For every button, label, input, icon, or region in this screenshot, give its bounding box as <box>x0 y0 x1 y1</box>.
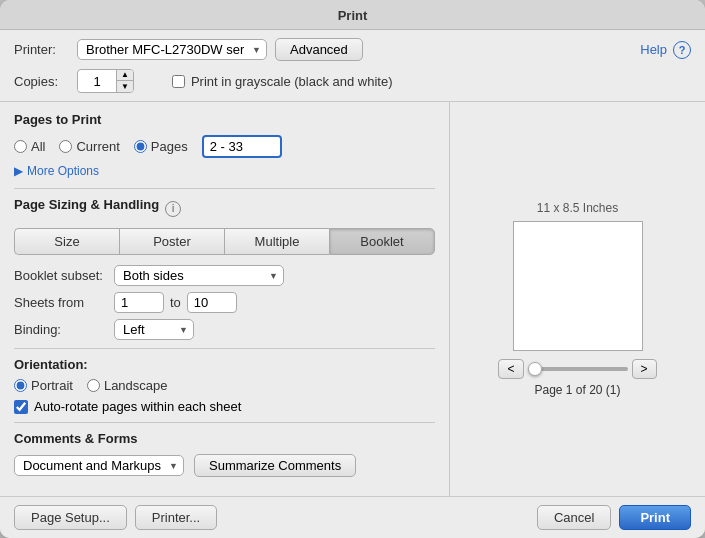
copies-up-button[interactable]: ▲ <box>117 70 133 81</box>
printer-select[interactable]: Brother MFC-L2730DW series <box>77 39 267 60</box>
sheets-from-input[interactable] <box>114 292 164 313</box>
printer-label: Printer: <box>14 42 69 57</box>
copies-down-button[interactable]: ▼ <box>117 81 133 92</box>
dialog-title: Print <box>338 8 368 23</box>
sheets-from-row: Sheets from to <box>14 292 435 313</box>
bottom-bar: Page Setup... Printer... Cancel Print <box>0 496 705 538</box>
print-dialog: Print Printer: Brother MFC-L2730DW serie… <box>0 0 705 538</box>
page-nav-label: Page 1 of 20 (1) <box>534 383 620 397</box>
bottom-right: Cancel Print <box>537 505 691 530</box>
sizing-info-icon[interactable]: i <box>165 201 181 217</box>
radio-current[interactable] <box>59 140 72 153</box>
to-label: to <box>170 295 181 310</box>
binding-label: Binding: <box>14 322 114 337</box>
comments-section-title: Comments & Forms <box>14 431 435 446</box>
top-bar: Printer: Brother MFC-L2730DW series Adva… <box>0 30 705 102</box>
orientation-section: Orientation: Portrait Landscape Auto-rot… <box>14 357 435 414</box>
left-panel: Pages to Print All Current Pages <box>0 102 450 496</box>
page-slider[interactable] <box>528 367 628 371</box>
comments-section: Comments & Forms Document and Markups Su… <box>14 431 435 477</box>
binding-row: Binding: Left <box>14 319 435 340</box>
preview-box <box>513 221 643 351</box>
help-circle-icon[interactable]: ? <box>673 41 691 59</box>
auto-rotate-label: Auto-rotate pages within each sheet <box>34 399 241 414</box>
main-content: Pages to Print All Current Pages <box>0 102 705 496</box>
prev-page-button[interactable]: < <box>498 359 523 379</box>
comments-select[interactable]: Document and Markups <box>14 455 184 476</box>
orientation-title: Orientation: <box>14 357 88 372</box>
more-options-toggle[interactable]: ▶ More Options <box>14 164 435 178</box>
tab-multiple[interactable]: Multiple <box>224 228 329 255</box>
radio-portrait[interactable] <box>14 379 27 392</box>
grayscale-checkbox[interactable] <box>172 75 185 88</box>
divider-3 <box>14 422 435 423</box>
tab-poster[interactable]: Poster <box>119 228 224 255</box>
page-setup-button[interactable]: Page Setup... <box>14 505 127 530</box>
booklet-subset-row: Booklet subset: Both sides <box>14 265 435 286</box>
title-bar: Print <box>0 0 705 30</box>
binding-select-wrap: Left <box>114 319 194 340</box>
sizing-tabs: Size Poster Multiple Booklet <box>14 228 435 255</box>
radio-pages[interactable] <box>134 140 147 153</box>
radio-pages-label[interactable]: Pages <box>134 139 188 154</box>
next-page-button[interactable]: > <box>632 359 657 379</box>
copies-input-wrap: ▲ ▼ <box>77 69 134 93</box>
pages-section-title: Pages to Print <box>14 112 435 127</box>
comments-select-wrap: Document and Markups <box>14 455 184 476</box>
help-link[interactable]: Help <box>640 42 667 57</box>
booklet-subset-select-wrap: Both sides <box>114 265 284 286</box>
copies-label: Copies: <box>14 74 69 89</box>
radio-landscape[interactable] <box>87 379 100 392</box>
auto-rotate-checkbox[interactable] <box>14 400 28 414</box>
help-area: Help ? <box>640 41 691 59</box>
advanced-button[interactable]: Advanced <box>275 38 363 61</box>
radio-current-label[interactable]: Current <box>59 139 119 154</box>
sizing-section-title: Page Sizing & Handling <box>14 197 159 212</box>
copies-input[interactable] <box>78 72 116 91</box>
summarize-comments-button[interactable]: Summarize Comments <box>194 454 356 477</box>
bottom-left: Page Setup... Printer... <box>14 505 217 530</box>
divider-2 <box>14 348 435 349</box>
print-button[interactable]: Print <box>619 505 691 530</box>
binding-select[interactable]: Left <box>114 319 194 340</box>
sizing-section-header: Page Sizing & Handling i <box>14 197 435 220</box>
booklet-subset-label: Booklet subset: <box>14 268 114 283</box>
tab-booklet[interactable]: Booklet <box>329 228 435 255</box>
sizing-section: Page Sizing & Handling i Size Poster Mul… <box>14 197 435 340</box>
pages-section: Pages to Print All Current Pages <box>14 112 435 178</box>
portrait-label[interactable]: Portrait <box>14 378 73 393</box>
printer-button[interactable]: Printer... <box>135 505 217 530</box>
divider-1 <box>14 188 435 189</box>
tab-size[interactable]: Size <box>14 228 119 255</box>
pages-radio-group: All Current Pages <box>14 135 435 158</box>
printer-select-wrap: Brother MFC-L2730DW series <box>77 39 267 60</box>
copies-spinner: ▲ ▼ <box>116 70 133 92</box>
radio-all-label[interactable]: All <box>14 139 45 154</box>
pages-range-input[interactable] <box>202 135 282 158</box>
nav-row: < > <box>498 359 656 379</box>
auto-rotate-row: Auto-rotate pages within each sheet <box>14 399 435 414</box>
radio-all[interactable] <box>14 140 27 153</box>
orientation-radio-group: Portrait Landscape <box>14 378 435 393</box>
booklet-subset-select[interactable]: Both sides <box>114 265 284 286</box>
right-panel: 11 x 8.5 Inches < > Page 1 of 20 (1) <box>450 102 705 496</box>
grayscale-label[interactable]: Print in grayscale (black and white) <box>172 74 393 89</box>
comments-row: Document and Markups Summarize Comments <box>14 454 435 477</box>
sheets-to-input[interactable] <box>187 292 237 313</box>
sheets-from-label: Sheets from <box>14 295 114 310</box>
page-size-label: 11 x 8.5 Inches <box>537 201 618 215</box>
landscape-label[interactable]: Landscape <box>87 378 168 393</box>
cancel-button[interactable]: Cancel <box>537 505 611 530</box>
